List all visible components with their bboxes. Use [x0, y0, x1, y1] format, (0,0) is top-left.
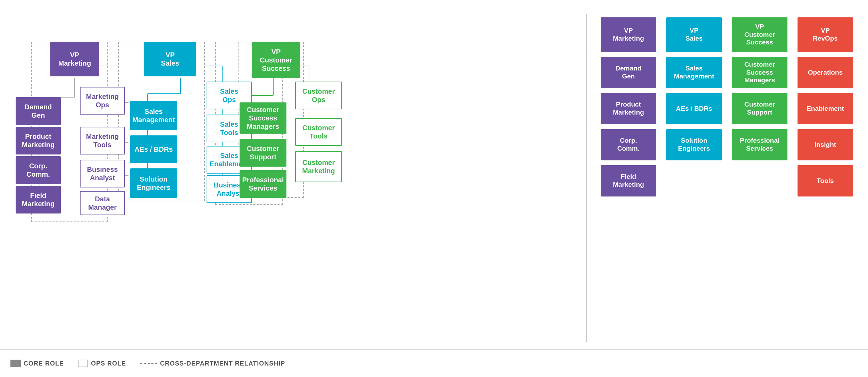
right-solution-engineers: SolutionEngineers — [666, 129, 722, 160]
marketing-ops-box: MarketingOps — [80, 87, 125, 115]
legend-core-role: CORE ROLE — [10, 360, 64, 367]
right-demand-gen: DemandGen — [601, 57, 656, 88]
legend-ops-role-box — [78, 360, 88, 367]
csm-box: CustomerSuccessManagers — [240, 102, 286, 134]
product-marketing-box: ProductMarketing — [16, 127, 61, 154]
right-enablement: Enablement — [798, 93, 853, 124]
legend-dashed-line — [140, 363, 157, 364]
right-grid: VPMarketing VPSales VPCustomerSuccess VP… — [601, 17, 858, 196]
legend-cross-dept-label: CROSS-DEPARTMENT RELATIONSHIP — [160, 360, 285, 367]
customer-ops-box: CustomerOps — [295, 82, 342, 109]
vp-sales-box: VPSales — [144, 42, 196, 76]
right-corp-comm: Corp.Comm. — [601, 129, 656, 160]
aes-bdrs-box: AEs / BDRs — [130, 135, 177, 163]
right-vp-marketing: VPMarketing — [601, 17, 656, 52]
right-csm: CustomerSuccessManagers — [732, 57, 787, 88]
left-panel: VPMarketing DemandGen ProductMarketing C… — [10, 14, 587, 342]
right-professional-services: ProfessionalServices — [732, 129, 787, 160]
vp-marketing-box: VPMarketing — [50, 42, 99, 76]
right-empty-2 — [732, 165, 793, 196]
customer-support-box: CustomerSupport — [240, 139, 286, 167]
legend: CORE ROLE OPS ROLE CROSS-DEPARTMENT RELA… — [0, 349, 868, 377]
legend-ops-role: OPS ROLE — [78, 360, 126, 367]
vp-customer-success-box: VPCustomerSuccess — [252, 42, 300, 78]
marketing-tools-box: MarketingTools — [80, 127, 125, 154]
corp-comm-box: Corp.Comm. — [16, 156, 61, 184]
right-field-marketing: FieldMarketing — [601, 165, 656, 196]
right-insight: Insight — [798, 129, 853, 160]
right-vp-revops: VPRevOps — [798, 17, 853, 52]
right-operations: Operations — [798, 57, 853, 88]
legend-core-role-label: CORE ROLE — [24, 360, 64, 367]
customer-tools-box: CustomerTools — [295, 118, 342, 146]
legend-ops-role-label: OPS ROLE — [91, 360, 126, 367]
legend-core-role-box — [10, 360, 21, 367]
right-tools: Tools — [798, 165, 853, 196]
sales-management-box: SalesManagement — [130, 101, 177, 130]
legend-cross-dept: CROSS-DEPARTMENT RELATIONSHIP — [140, 360, 285, 367]
right-vp-cs: VPCustomerSuccess — [732, 17, 787, 52]
right-panel: VPMarketing VPSales VPCustomerSuccess VP… — [587, 14, 858, 342]
right-aes-bdrs: AEs / BDRs — [666, 93, 722, 124]
right-product-marketing: ProductMarketing — [601, 93, 656, 124]
field-marketing-box: FieldMarketing — [16, 186, 61, 213]
business-analyst-mkt-box: BusinessAnalyst — [80, 160, 125, 187]
right-customer-support: CustomerSupport — [732, 93, 787, 124]
org-chart: VPMarketing DemandGen ProductMarketing C… — [10, 14, 579, 342]
right-vp-sales: VPSales — [666, 17, 722, 52]
right-sales-management: SalesManagement — [666, 57, 722, 88]
data-manager-box: DataManager — [80, 191, 125, 215]
main-content: VPMarketing DemandGen ProductMarketing C… — [0, 0, 868, 349]
demand-gen-box: DemandGen — [16, 97, 61, 125]
customer-marketing-box: CustomerMarketing — [295, 151, 342, 182]
solution-engineers-box: SolutionEngineers — [130, 168, 177, 198]
professional-services-box: ProfessionalServices — [240, 170, 286, 198]
right-empty-1 — [666, 165, 727, 196]
